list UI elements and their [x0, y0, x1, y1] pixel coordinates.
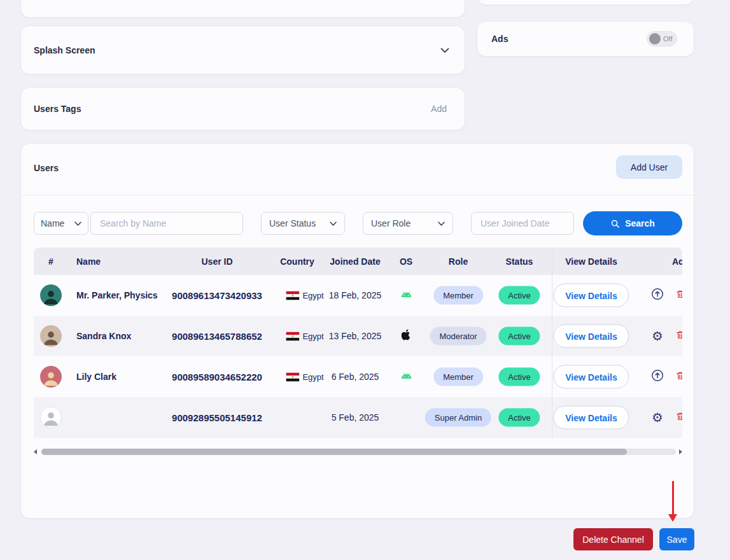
toggle-knob-icon [649, 33, 661, 45]
user-id: 90089613465788652 [172, 331, 262, 342]
joined-date: 18 Feb, 2025 [329, 290, 382, 300]
apple-icon [402, 329, 411, 343]
users-table: # Name User ID Country Joined Date OS Ro… [34, 248, 682, 438]
partial-card-top-right [477, 0, 694, 5]
column-separator [552, 248, 552, 438]
scroll-left-arrow-icon[interactable] [34, 449, 37, 454]
country-label: Egypt [302, 332, 323, 341]
delete-user-icon[interactable] [675, 410, 682, 424]
scroll-right-arrow-icon[interactable] [679, 449, 682, 454]
view-details-button[interactable]: View Details [553, 325, 629, 348]
ads-card: Ads Off [477, 21, 694, 57]
promote-user-icon[interactable] [650, 368, 664, 385]
table-row: Mr. Parker, Physics90089613473420933Egyp… [34, 275, 682, 316]
promote-user-icon[interactable] [650, 287, 664, 304]
status-badge: Active [498, 286, 540, 305]
divider [21, 195, 694, 195]
save-button[interactable]: Save [659, 528, 694, 550]
user-role-label: User Role [371, 218, 411, 228]
delete-user-icon[interactable] [675, 370, 682, 384]
user-id: 90089589034652220 [172, 372, 262, 382]
country-label: Egypt [302, 291, 323, 300]
joined-date: 5 Feb, 2025 [332, 412, 379, 423]
table-row: Sandra Knox90089613465788652Egypt13 Feb,… [34, 316, 682, 356]
egypt-flag-icon [286, 372, 299, 381]
avatar [40, 325, 62, 347]
delete-channel-button[interactable]: Delete Channel [573, 528, 653, 550]
chevron-down-icon [438, 221, 445, 226]
status-badge: Active [498, 409, 540, 427]
col-header-country: Country [280, 256, 314, 267]
users-title: Users [34, 163, 59, 173]
delete-user-icon[interactable] [675, 329, 682, 343]
horizontal-scrollbar[interactable] [34, 448, 682, 456]
egypt-flag-icon [286, 291, 299, 300]
delete-user-icon[interactable] [675, 288, 682, 302]
view-details-button[interactable]: View Details [553, 406, 629, 430]
egypt-flag-icon [286, 332, 299, 340]
partial-card-top-left [20, 0, 465, 18]
country-label: Egypt [302, 372, 323, 382]
view-details-button[interactable]: View Details [553, 284, 629, 307]
user-id: 90089613473420933 [172, 290, 262, 301]
chevron-down-icon [330, 221, 337, 226]
user-name: Mr. Parker, Physics [76, 290, 158, 300]
role-badge: Moderator [430, 327, 486, 346]
splash-screen-title: Splash Screen [34, 45, 95, 55]
view-details-button[interactable]: View Details [553, 365, 629, 389]
name-filter-select[interactable]: Name [34, 212, 88, 235]
col-header-status: Status [506, 256, 533, 267]
joined-date: 6 Feb, 2025 [332, 372, 379, 382]
search-icon [610, 219, 620, 228]
ads-toggle[interactable]: Off [647, 31, 677, 46]
role-badge: Member [433, 286, 483, 305]
user-status-select[interactable]: User Status [261, 212, 345, 235]
joined-date: 13 Feb, 2025 [329, 331, 382, 341]
col-header-index: # [48, 256, 53, 267]
chevron-down-icon[interactable] [440, 45, 449, 56]
col-header-name: Name [76, 256, 101, 267]
splash-screen-card[interactable]: Splash Screen [20, 25, 465, 74]
status-badge: Active [498, 368, 540, 386]
admin-channel-page: Splash Screen Users Tags Add Ads Off Use… [0, 0, 730, 560]
user-settings-icon[interactable]: ⚙ [652, 330, 663, 342]
country-cell: Egypt [286, 332, 323, 341]
country-cell: Egypt [286, 291, 323, 300]
android-icon [399, 290, 413, 301]
add-tag-link[interactable]: Add [431, 104, 447, 114]
user-name: Lily Clark [76, 372, 116, 382]
status-badge: Active [498, 327, 540, 346]
col-header-joined: Joined Date [330, 256, 380, 267]
ads-title: Ads [491, 34, 508, 44]
users-card: Users Add User Name User Status User Rol… [20, 143, 694, 519]
col-header-user-id: User ID [201, 256, 232, 267]
scrollbar-thumb[interactable] [41, 449, 627, 455]
user-settings-icon[interactable]: ⚙ [652, 411, 663, 424]
user-id: 90092895505145912 [172, 412, 262, 423]
search-by-name-input[interactable] [90, 212, 243, 235]
user-name: Sandra Knox [76, 331, 131, 341]
role-badge: Member [433, 368, 483, 386]
user-joined-date-input[interactable] [471, 212, 574, 235]
toggle-state-label: Off [663, 35, 672, 43]
add-user-button[interactable]: Add User [616, 155, 682, 179]
users-table-body: Mr. Parker, Physics90089613473420933Egyp… [34, 275, 682, 438]
col-header-role: Role [449, 256, 468, 267]
avatar [40, 366, 62, 388]
name-filter-label: Name [41, 218, 64, 228]
table-row: Lily Clark90089589034652220Egypt6 Feb, 2… [34, 356, 682, 397]
chevron-down-icon [74, 221, 81, 226]
search-button[interactable]: Search [583, 211, 682, 235]
users-tags-title: Users Tags [34, 104, 81, 114]
avatar [40, 407, 62, 428]
table-row: 900928955051459125 Feb, 2025Super AdminA… [34, 397, 682, 438]
table-header-row: # Name User ID Country Joined Date OS Ro… [34, 248, 682, 275]
user-status-label: User Status [269, 218, 316, 228]
users-tags-card: Users Tags Add [20, 87, 465, 130]
search-button-label: Search [625, 218, 655, 228]
country-cell: Egypt [286, 372, 323, 382]
col-header-os: OS [400, 256, 412, 267]
role-badge: Super Admin [425, 409, 491, 427]
avatar [40, 284, 62, 306]
user-role-select[interactable]: User Role [363, 212, 453, 235]
